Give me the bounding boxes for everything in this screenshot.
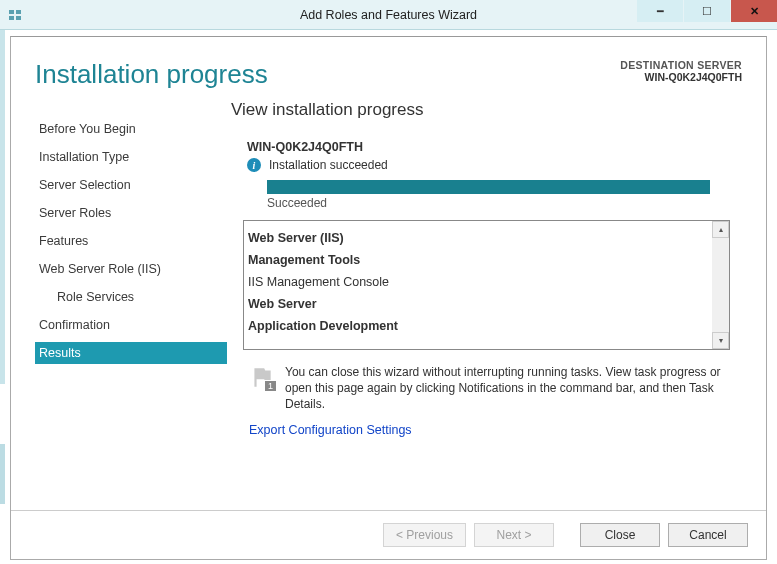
nav-item-confirmation[interactable]: Confirmation bbox=[35, 314, 227, 336]
next-button[interactable]: Next > bbox=[474, 523, 554, 547]
cancel-button[interactable]: Cancel bbox=[668, 523, 748, 547]
nav-item-role-services[interactable]: Role Services bbox=[35, 286, 227, 308]
feature-item: Web Server (IIS) bbox=[248, 227, 725, 249]
feature-item: Application Development bbox=[248, 315, 725, 337]
maximize-button[interactable]: ☐ bbox=[684, 0, 730, 22]
app-icon bbox=[4, 4, 26, 26]
svg-rect-1 bbox=[16, 10, 21, 14]
close-button[interactable]: Close bbox=[580, 523, 660, 547]
nav-item-before-you-begin[interactable]: Before You Begin bbox=[35, 118, 227, 140]
scrollbar[interactable]: ▴ ▾ bbox=[712, 221, 729, 349]
wizard-panel: Installation progress DESTINATION SERVER… bbox=[10, 36, 767, 560]
header: Installation progress DESTINATION SERVER… bbox=[11, 37, 766, 98]
footer: < Previous Next > Close Cancel bbox=[11, 510, 766, 559]
minimize-button[interactable]: ━ bbox=[637, 0, 683, 22]
wizard-nav: Before You BeginInstallation TypeServer … bbox=[35, 98, 227, 437]
status-row: i Installation succeeded bbox=[231, 158, 742, 172]
svg-rect-3 bbox=[16, 16, 21, 20]
svg-rect-0 bbox=[9, 10, 14, 14]
content-area: View installation progress WIN-Q0K2J4Q0F… bbox=[227, 98, 762, 437]
status-text: Installation succeeded bbox=[269, 158, 388, 172]
scroll-up-button[interactable]: ▴ bbox=[712, 221, 729, 238]
decoration bbox=[0, 444, 5, 504]
feature-list: Web Server (IIS)Management ToolsIIS Mana… bbox=[243, 220, 730, 350]
feature-item: Web Server bbox=[248, 293, 725, 315]
scroll-down-button[interactable]: ▾ bbox=[712, 332, 729, 349]
nav-item-web-server-role-iis-[interactable]: Web Server Role (IIS) bbox=[35, 258, 227, 280]
feature-item: Management Tools bbox=[248, 249, 725, 271]
server-name: WIN-Q0K2J4Q0FTH bbox=[231, 140, 742, 154]
progress-bar bbox=[267, 180, 710, 194]
section-title: View installation progress bbox=[231, 100, 742, 120]
page-title: Installation progress bbox=[35, 59, 268, 90]
window-controls: ━ ☐ ✕ bbox=[637, 0, 777, 29]
previous-button[interactable]: < Previous bbox=[383, 523, 466, 547]
svg-rect-2 bbox=[9, 16, 14, 20]
progress-label: Succeeded bbox=[231, 196, 742, 210]
note-row: 1 You can close this wizard without inte… bbox=[231, 350, 742, 417]
decoration bbox=[0, 30, 5, 384]
destination-block: DESTINATION SERVER WIN-Q0K2J4Q0FTH bbox=[620, 59, 742, 83]
nav-item-server-selection[interactable]: Server Selection bbox=[35, 174, 227, 196]
note-text: You can close this wizard without interr… bbox=[285, 364, 724, 413]
flag-icon: 1 bbox=[249, 364, 275, 390]
info-icon: i bbox=[247, 158, 261, 172]
nav-item-server-roles[interactable]: Server Roles bbox=[35, 202, 227, 224]
nav-item-installation-type[interactable]: Installation Type bbox=[35, 146, 227, 168]
window-close-button[interactable]: ✕ bbox=[731, 0, 777, 22]
feature-item: IIS Management Console bbox=[248, 271, 725, 293]
nav-item-features[interactable]: Features bbox=[35, 230, 227, 252]
titlebar: Add Roles and Features Wizard ━ ☐ ✕ bbox=[0, 0, 777, 30]
nav-item-results[interactable]: Results bbox=[35, 342, 227, 364]
flag-badge: 1 bbox=[264, 380, 277, 392]
destination-value: WIN-Q0K2J4Q0FTH bbox=[620, 71, 742, 83]
scroll-track[interactable] bbox=[712, 238, 729, 332]
destination-label: DESTINATION SERVER bbox=[620, 59, 742, 71]
export-config-link[interactable]: Export Configuration Settings bbox=[231, 417, 412, 437]
